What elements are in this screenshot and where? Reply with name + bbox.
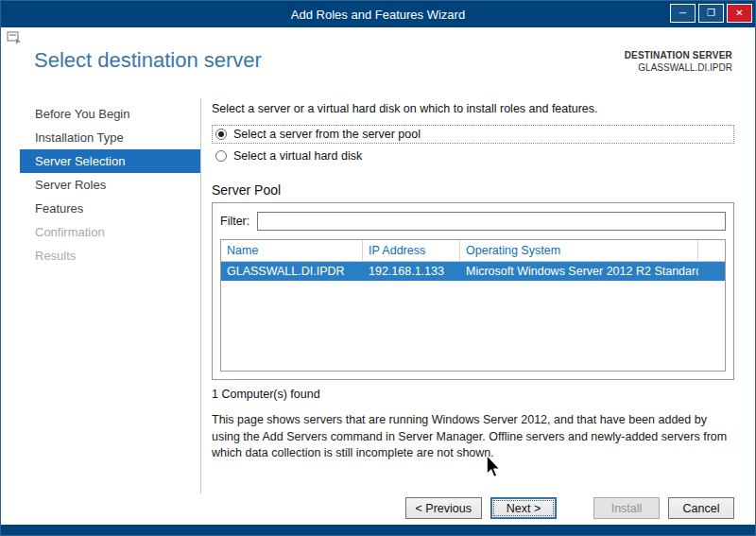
sidebar-item-installation-type[interactable]: Installation Type <box>20 126 200 149</box>
wizard-window: Add Roles and Features Wizard ─ ❐ ✕ Sele… <box>0 0 756 536</box>
column-header-ip-address[interactable]: IP Address <box>363 240 460 261</box>
cell-operating-system: Microsoft Windows Server 2012 R2 Standar… <box>460 262 698 281</box>
column-header-operating-system[interactable]: Operating System <box>460 240 698 261</box>
cancel-button[interactable]: Cancel <box>668 497 734 519</box>
wizard-button-row: < Previous Next > Install Cancel <box>405 497 734 519</box>
wizard-steps-sidebar: Before You Begin Installation Type Serve… <box>20 102 200 268</box>
radio-select-server-pool[interactable]: Select a server from the server pool <box>212 125 734 144</box>
column-header-name[interactable]: Name <box>221 240 363 261</box>
minimize-icon[interactable]: ─ <box>670 4 696 23</box>
radio-vhd-label: Select a virtual hard disk <box>233 149 362 163</box>
table-row[interactable]: GLASSWALL.DI.IPDR 192.168.1.133 Microsof… <box>221 262 725 281</box>
maximize-icon[interactable]: ❐ <box>698 4 724 23</box>
destination-choice-group: Select a server from the server pool Sel… <box>212 125 734 165</box>
table-empty-area <box>221 281 725 371</box>
sidebar-item-results: Results <box>20 244 200 268</box>
column-header-filler <box>698 240 725 261</box>
radio-unselected-icon[interactable] <box>215 150 227 162</box>
radio-server-pool-label: Select a server from the server pool <box>233 128 421 141</box>
sidebar-divider <box>200 98 201 493</box>
cell-filler <box>698 262 725 281</box>
computers-found-text: 1 Computer(s) found <box>212 388 734 401</box>
sidebar-item-confirmation: Confirmation <box>20 220 200 244</box>
window-title: Add Roles and Features Wizard <box>1 8 755 22</box>
page-note: This page shows servers that are running… <box>212 412 734 462</box>
intro-text: Select a server or a virtual hard disk o… <box>212 102 734 115</box>
destination-server-value: GLASSWALL.DI.IPDR <box>625 62 732 73</box>
radio-selected-icon[interactable] <box>215 129 227 140</box>
destination-server-block: DESTINATION SERVER GLASSWALL.DI.IPDR <box>625 50 732 73</box>
filter-label: Filter: <box>220 215 249 228</box>
destination-server-label: DESTINATION SERVER <box>625 50 732 61</box>
next-button[interactable]: Next > <box>490 497 557 519</box>
sidebar-item-server-roles[interactable]: Server Roles <box>20 173 200 197</box>
radio-select-vhd[interactable]: Select a virtual hard disk <box>212 147 734 165</box>
page-title: Select destination server <box>34 48 262 73</box>
window-controls: ─ ❐ ✕ <box>670 4 752 23</box>
server-pool-table: Name IP Address Operating System GLASSWA… <box>220 239 726 372</box>
wizard-icon <box>7 30 22 49</box>
main-content: Select a server or a virtual hard disk o… <box>212 102 734 462</box>
filter-input[interactable] <box>257 212 726 231</box>
sidebar-item-before-you-begin[interactable]: Before You Begin <box>20 102 200 126</box>
cell-ip-address: 192.168.1.133 <box>363 262 460 281</box>
previous-button[interactable]: < Previous <box>405 497 482 519</box>
cell-server-name: GLASSWALL.DI.IPDR <box>221 262 363 281</box>
server-pool-title: Server Pool <box>212 182 734 198</box>
sidebar-item-features[interactable]: Features <box>20 197 200 220</box>
close-icon[interactable]: ✕ <box>727 4 752 23</box>
titlebar[interactable]: Add Roles and Features Wizard ─ ❐ ✕ <box>1 1 755 27</box>
bottom-accent-bar <box>1 525 755 535</box>
server-pool-group: Filter: Name IP Address Operating System… <box>212 202 734 380</box>
sidebar-item-server-selection[interactable]: Server Selection <box>20 149 200 173</box>
filter-row: Filter: <box>220 211 726 232</box>
table-header-row: Name IP Address Operating System <box>221 240 725 262</box>
install-button: Install <box>593 497 660 519</box>
